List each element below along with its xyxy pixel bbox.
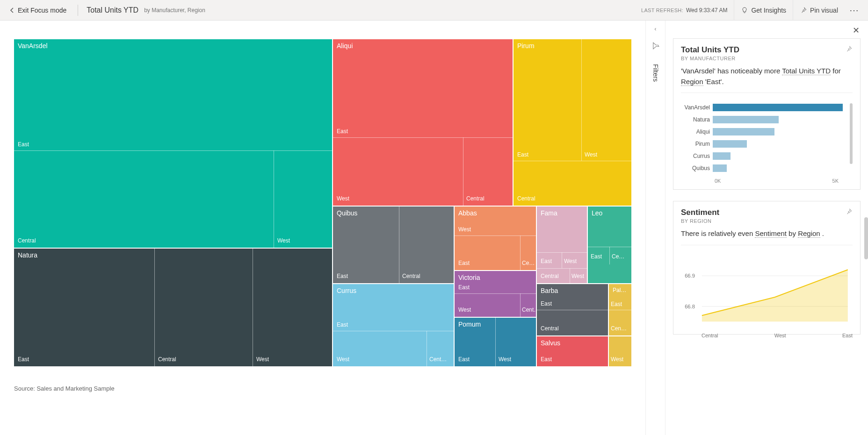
treemap-label: Abbas xyxy=(458,209,477,217)
treemap-sub: Central xyxy=(158,356,176,363)
pin-icon[interactable] xyxy=(845,208,853,215)
treemap-sub: East xyxy=(541,258,552,264)
treemap-sub: West xyxy=(337,195,349,202)
more-options-button[interactable]: ⋯ xyxy=(845,5,863,16)
treemap-sub: West xyxy=(458,226,471,233)
treemap-visual[interactable]: VanArsdel East Central West Natura East … xyxy=(14,39,631,366)
treemap-sub: East xyxy=(611,301,622,307)
treemap-cell-pirum[interactable]: Pirum East West Central xyxy=(514,39,631,206)
treemap-sub: Central xyxy=(402,273,420,279)
treemap-cell-currus[interactable]: Currus East West Cent… xyxy=(333,284,454,366)
treemap-sub: West xyxy=(256,356,269,363)
treemap-cell-abbas[interactable]: Abbas West East Ce… xyxy=(455,207,536,270)
treemap-sub: West xyxy=(564,258,577,264)
treemap-sub: East xyxy=(18,141,29,148)
treemap-sub: Ce… xyxy=(522,260,535,266)
treemap-label: Pirum xyxy=(517,42,535,50)
treemap-sub: West xyxy=(499,356,511,363)
treemap-label: Barba xyxy=(541,287,558,294)
insight-subtitle: BY REGION xyxy=(681,218,853,224)
insight-bar-chart[interactable]: VanArsdelNaturaAliquiPirumCurrusQuibus0K… xyxy=(681,101,853,184)
treemap-sub: West xyxy=(585,151,597,158)
treemap-cell-pal-west[interactable]: West xyxy=(609,336,631,366)
pin-visual-label: Pin visual xyxy=(810,7,838,14)
page-subtitle: by Manufacturer, Region xyxy=(144,7,205,14)
treemap-cell-barba[interactable]: Barba East Central xyxy=(537,284,608,335)
last-refresh-label: LAST REFRESH: xyxy=(641,7,683,13)
top-toolbar: Exit Focus mode Total Units YTD by Manuf… xyxy=(0,0,868,21)
get-insights-button[interactable]: Get Insights xyxy=(734,0,793,21)
treemap-label: Natura xyxy=(18,251,37,259)
insight-sentence: There is relatively even Sentiment by Re… xyxy=(681,228,853,239)
treemap-sub: Cent… xyxy=(429,356,447,363)
svg-text:66.9: 66.9 xyxy=(685,273,695,278)
pin-icon[interactable] xyxy=(845,45,853,53)
divider xyxy=(78,5,78,16)
source-note: Source: Sales and Marketing Sample xyxy=(14,385,631,392)
treemap-sub: West xyxy=(277,237,290,244)
main-canvas: VanArsdel East Central West Natura East … xyxy=(0,21,645,435)
treemap-sub: West xyxy=(337,356,349,363)
treemap-sub: Cent… xyxy=(522,307,536,313)
treemap-cell-fama[interactable]: Fama East West Central West xyxy=(537,207,587,283)
treemap-sub: Cen… xyxy=(611,325,627,332)
treemap-sub: Central xyxy=(466,195,485,202)
treemap-label: Fama xyxy=(541,209,557,217)
treemap-sub: West xyxy=(611,356,623,363)
treemap-cell-natura[interactable]: Natura East Central West xyxy=(14,249,332,366)
treemap-sub: East xyxy=(458,284,470,291)
close-insights-button[interactable]: ✕ xyxy=(853,25,860,36)
chevron-left-icon xyxy=(9,7,15,13)
treemap-sub: Central xyxy=(541,325,559,332)
treemap-sub: East xyxy=(458,260,470,266)
treemap-cell-quibus[interactable]: Quibus East Central xyxy=(333,207,454,283)
treemap-cell-salvus[interactable]: Salvus East xyxy=(537,336,608,366)
insight-title: Total Units YTD xyxy=(681,45,853,55)
treemap-label: VanArsdel xyxy=(18,42,48,50)
pin-visual-button[interactable]: Pin visual xyxy=(793,0,845,21)
treemap-sub: East xyxy=(591,253,602,260)
insight-card-1[interactable]: Total Units YTD BY MANUFACTURER 'VanArsd… xyxy=(673,38,861,190)
treemap-cell-vanarsdel[interactable]: VanArsdel East Central West xyxy=(14,39,332,248)
exit-focus-button[interactable]: Exit Focus mode xyxy=(5,7,71,14)
treemap-sub: Central xyxy=(517,195,535,202)
treemap-sub: West xyxy=(458,307,471,313)
treemap-sub: East xyxy=(337,273,348,279)
treemap-cell-aliqui[interactable]: Aliqui East West Central xyxy=(333,39,513,206)
treemap-cell-leo[interactable]: Leo East Ce… xyxy=(588,207,631,283)
lightbulb-icon xyxy=(741,7,748,14)
treemap-label: Leo xyxy=(592,209,602,217)
treemap-sub: West xyxy=(571,273,584,279)
treemap-sub: Ce… xyxy=(612,253,624,260)
exit-focus-label: Exit Focus mode xyxy=(18,7,66,14)
insight-subtitle: BY MANUFACTURER xyxy=(681,56,853,61)
treemap-sub: East xyxy=(337,321,348,328)
treemap-sub: Central xyxy=(541,273,559,279)
filters-label: Filters xyxy=(652,64,659,82)
treemap-sub: East xyxy=(458,356,470,363)
page-title: Total Units YTD xyxy=(87,6,138,14)
treemap-cell-pomum[interactable]: Pomum East West xyxy=(455,318,536,366)
filters-pane-collapsed[interactable]: ‹ Filters xyxy=(645,21,665,435)
treemap-cell-pal[interactable]: Pal… East Cen… xyxy=(609,284,631,335)
insight-title: Sentiment xyxy=(681,208,853,217)
svg-text:66.8: 66.8 xyxy=(685,303,695,309)
insights-scrollbar[interactable] xyxy=(864,217,868,259)
treemap-cell-victoria[interactable]: Victoria East West Cent… xyxy=(455,271,536,317)
treemap-sub: East xyxy=(517,151,528,158)
pin-icon xyxy=(800,7,807,14)
treemap-label: Pal… xyxy=(613,287,626,293)
insights-pane: ✕ Total Units YTD BY MANUFACTURER 'VanAr… xyxy=(665,21,868,435)
treemap-label: Pomum xyxy=(458,321,481,328)
treemap-sub: East xyxy=(18,356,29,363)
treemap-sub: Central xyxy=(18,237,36,244)
treemap-label: Victoria xyxy=(458,274,480,281)
treemap-sub: East xyxy=(541,300,552,307)
chevron-left-icon[interactable]: ‹ xyxy=(654,25,656,32)
last-refresh-time: Wed 9:33:47 AM xyxy=(686,7,728,14)
treemap-label: Aliqui xyxy=(337,42,353,50)
insight-card-2[interactable]: Sentiment BY REGION There is relatively … xyxy=(673,201,861,335)
insight-area-chart[interactable]: 66.966.8CentralWestEast xyxy=(681,254,853,328)
treemap-label: Quibus xyxy=(337,209,357,217)
treemap-sub: East xyxy=(337,128,348,135)
